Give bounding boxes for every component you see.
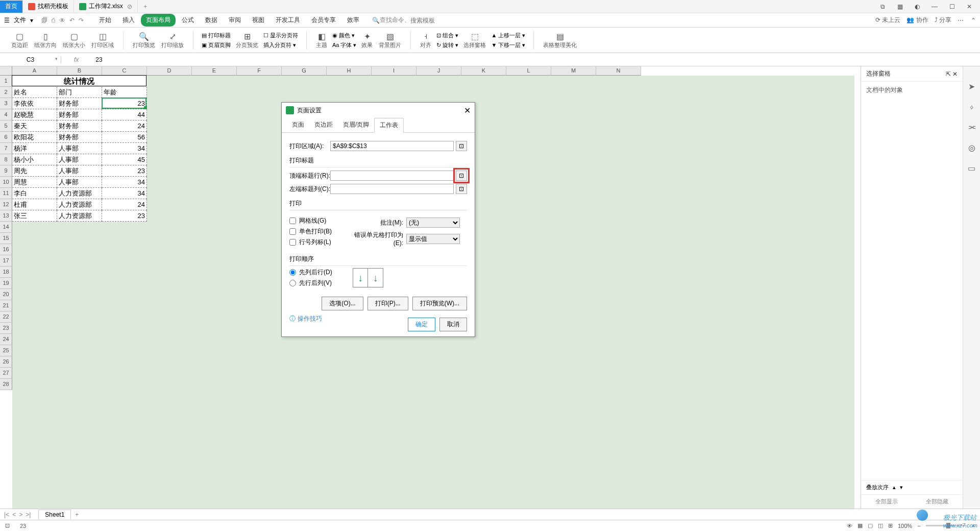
top-row-input[interactable] [330, 171, 454, 181]
menu-tab-4[interactable]: 数据 [200, 14, 223, 27]
data-cell[interactable]: 财务部 [57, 109, 102, 120]
rotate-button[interactable]: ↻ 旋转 ▾ [434, 41, 460, 50]
row-header[interactable]: 20 [0, 289, 12, 300]
data-cell[interactable]: 44 [102, 109, 147, 120]
redo-icon[interactable]: ↷ [79, 17, 84, 24]
row-header[interactable]: 26 [0, 356, 12, 368]
search-input[interactable] [410, 17, 451, 24]
menu-tab-3[interactable]: 公式 [177, 14, 199, 27]
tab-home[interactable]: 首页 [0, 1, 23, 13]
menu-icon[interactable]: ☰ [4, 17, 10, 24]
fonts-button[interactable]: Aa 字体 ▾ [330, 41, 358, 50]
share-button[interactable]: ⤴ 分享 [935, 16, 951, 25]
row-header[interactable]: 19 [0, 278, 12, 289]
row-header[interactable]: 15 [0, 233, 12, 244]
data-cell[interactable]: 秦天 [12, 120, 57, 132]
data-cell[interactable]: 人事部 [57, 154, 102, 165]
dialog-close-button[interactable]: ✕ [464, 106, 471, 115]
data-cell[interactable]: 杨洋 [12, 143, 57, 154]
row-header[interactable]: 7 [0, 143, 12, 154]
col-header[interactable]: N [596, 66, 641, 76]
row-header[interactable]: 1 [0, 76, 12, 87]
coop-button[interactable]: 👥 协作 [906, 16, 928, 25]
data-cell[interactable]: 周慧 [12, 177, 57, 188]
view-layout-icon[interactable]: ◫ [878, 522, 883, 529]
tips-link[interactable]: ⓘ 操作技巧 [289, 315, 322, 323]
select-all-corner[interactable] [0, 66, 12, 76]
more-icon[interactable]: ⋯ [958, 17, 965, 24]
cloud-status[interactable]: ⟳ 未上云 [875, 16, 900, 25]
menu-tab-8[interactable]: 会员专享 [306, 14, 341, 27]
send-backward-button[interactable]: ▼ 下移一层 ▾ [489, 41, 527, 50]
row-header[interactable]: 6 [0, 132, 12, 143]
menu-tab-7[interactable]: 开发工具 [271, 14, 305, 27]
row-header[interactable]: 28 [0, 379, 12, 390]
row-header[interactable]: 21 [0, 300, 12, 311]
name-box[interactable]: C3 [0, 56, 61, 63]
data-cell[interactable]: 34 [102, 188, 147, 199]
data-cell[interactable]: 财务部 [57, 98, 102, 109]
menu-tab-6[interactable]: 视图 [247, 14, 270, 27]
gridlines-checkbox[interactable]: 网格线(G) [289, 216, 332, 225]
data-cell[interactable]: 56 [102, 132, 147, 143]
range-picker-icon[interactable]: ⊡ [456, 141, 467, 151]
dialog-tab-3[interactable]: 工作表 [374, 118, 404, 133]
preview-icon[interactable]: 👁 [59, 17, 65, 24]
col-header[interactable]: L [506, 66, 551, 76]
background-button[interactable]: ▧背景图片 [376, 30, 404, 50]
comments-select[interactable]: (无) [406, 218, 460, 228]
colors-button[interactable]: ◉ 颜色 ▾ [330, 31, 358, 40]
undo-icon[interactable]: ↶ [69, 17, 75, 24]
row-header[interactable]: 9 [0, 165, 12, 177]
data-cell[interactable]: 24 [102, 120, 147, 132]
maximize-button[interactable]: ☐ [945, 1, 959, 12]
rowcol-checkbox[interactable]: 行号列标(L) [289, 238, 332, 247]
data-cell[interactable]: 45 [102, 154, 147, 165]
row-header[interactable]: 3 [0, 98, 12, 109]
selection-pane-button[interactable]: ⬚选择窗格 [460, 30, 489, 50]
data-cell[interactable]: 人力资源部 [57, 188, 102, 199]
col-header[interactable]: B [57, 66, 102, 76]
data-cell[interactable]: 23 [102, 210, 147, 222]
left-col-input[interactable] [330, 184, 454, 194]
print-scale-button[interactable]: ⤢打印缩放 [158, 30, 187, 50]
row-header[interactable]: 25 [0, 345, 12, 356]
row-header[interactable]: 27 [0, 368, 12, 379]
title-cell[interactable]: 统计情况 [12, 75, 146, 86]
zoom-out-button[interactable]: − [917, 523, 920, 529]
view-icon-1[interactable]: 👁 [847, 523, 852, 529]
print-titles-button[interactable]: ▤ 打印标题 [200, 31, 233, 40]
errors-select[interactable]: 显示值 [406, 234, 460, 244]
row-header[interactable]: 11 [0, 188, 12, 199]
menu-tab-1[interactable]: 插入 [117, 14, 140, 27]
formula-input[interactable]: 23 [91, 56, 980, 63]
row-header[interactable]: 17 [0, 255, 12, 267]
preview-button[interactable]: 打印预览(W)... [412, 297, 467, 310]
save-icon[interactable]: 🗐 [41, 17, 47, 24]
row-header[interactable]: 8 [0, 154, 12, 165]
show-all-button[interactable]: 全部显示 [861, 495, 912, 509]
data-cell[interactable]: 人力资源部 [57, 199, 102, 210]
new-tab-button[interactable]: + [138, 3, 153, 10]
dialog-tab-2[interactable]: 页眉/页脚 [338, 118, 374, 132]
col-header[interactable]: A [12, 66, 57, 76]
data-cell[interactable]: 李白 [12, 188, 57, 199]
beautify-button[interactable]: ▤表格整理美化 [540, 30, 580, 50]
ok-button[interactable]: 确定 [408, 318, 435, 331]
row-header[interactable]: 10 [0, 177, 12, 188]
data-cell[interactable]: 财务部 [57, 120, 102, 132]
data-cell[interactable]: 杨小小 [12, 154, 57, 165]
sheet-tab[interactable]: Sheet1 [38, 510, 71, 519]
grid-icon[interactable]: ▦ [893, 1, 906, 12]
size-button[interactable]: ▢纸张大小 [60, 30, 88, 50]
col-header[interactable]: C [102, 66, 147, 76]
order-down-radio[interactable]: 先列后行(D) [289, 268, 332, 277]
insert-break-button[interactable]: 插入分页符 ▾ [261, 41, 300, 50]
mono-checkbox[interactable]: 单色打印(B) [289, 227, 332, 236]
menu-tab-9[interactable]: 效率 [342, 14, 364, 27]
data-cell[interactable]: 34 [102, 143, 147, 154]
chevron-up-icon[interactable]: ⌃ [971, 17, 976, 24]
data-cell[interactable]: 周先 [12, 165, 57, 177]
data-cell[interactable]: 人事部 [57, 177, 102, 188]
row-header[interactable]: 24 [0, 334, 12, 345]
